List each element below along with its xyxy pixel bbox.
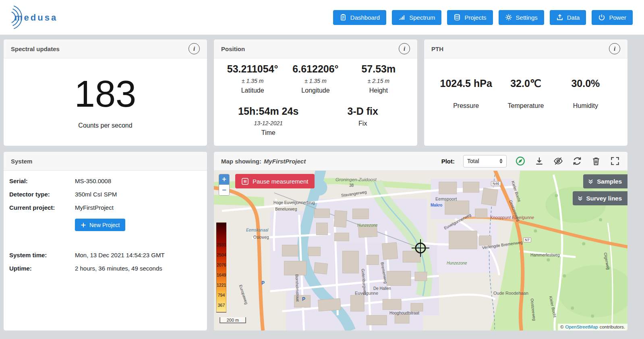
pth-card: PTH i 1024.5 hPa Pressure 32.0℃ Temperat…: [424, 39, 628, 146]
map-attribution: © OpenStreetMap contributors.: [558, 324, 627, 331]
serial-label: Serial:: [9, 177, 75, 185]
zoom-in-button[interactable]: +: [219, 174, 229, 185]
pause-icon: [242, 178, 248, 185]
refresh-button[interactable]: [572, 156, 582, 166]
humidity-value: 30.0%: [556, 78, 615, 89]
spectral-updates-card: Spectral updates i 183 Counts per second: [3, 39, 207, 146]
fix-label: Fix: [316, 120, 410, 127]
humidity-label: Humidity: [556, 102, 615, 110]
nav-settings-label: Settings: [516, 14, 538, 21]
select-arrows-icon: [499, 159, 503, 163]
counts-unit: Counts per second: [78, 122, 132, 129]
position-card-header: Position i: [214, 39, 417, 58]
info-icon[interactable]: i: [609, 43, 620, 54]
map-label: Makro: [431, 203, 442, 207]
nav-spectrum-button[interactable]: Spectrum: [392, 10, 441, 25]
pause-measurement-button[interactable]: Pause measurement: [235, 174, 315, 188]
plot-select[interactable]: Total: [463, 155, 507, 167]
longitude-value: 6.612206°: [284, 63, 347, 75]
map-label: Hoge Euvelgunnerbrug: [273, 201, 315, 205]
map-viewport[interactable]: Groningen-Zuidoost 38 Eemspoort Knooppun…: [214, 171, 627, 331]
zoom-out-button[interactable]: −: [219, 185, 229, 195]
fix-block: 3-D fix Fix: [316, 105, 410, 136]
map-label: Knooppunt Euvelgunne: [490, 215, 534, 220]
current-project-row: Current project: MyFirstProject: [9, 204, 201, 211]
sync-icon: [572, 156, 582, 166]
map-label: De Hallen: [373, 286, 391, 291]
map-project-name: MyFirstProject: [264, 158, 306, 165]
parking-icon: P: [302, 296, 305, 302]
data-upload-icon: [556, 14, 563, 21]
power-icon: [598, 14, 605, 21]
pressure-value: 1024.5 hPa: [436, 78, 496, 89]
double-chevron-down-icon: [588, 179, 593, 184]
system-time-value: Mon, 13 Dec 2021 14:54:23 GMT: [75, 251, 165, 259]
dashboard-icon: [340, 14, 347, 21]
position-card: Position i 53.211054° ± 1.35 m Latitude …: [213, 39, 418, 146]
height-label: Height: [347, 87, 410, 94]
longitude-label: Longitude: [284, 87, 347, 94]
app-header: medusa Dashboard Spectrum Projects: [0, 0, 644, 35]
map-title: Map showing: MyFirstProject: [221, 158, 306, 165]
info-icon[interactable]: i: [399, 43, 410, 54]
survey-lines-panel-button[interactable]: Survey lines: [573, 191, 627, 205]
detector-row: Detector type: 350ml CsI SPM: [9, 190, 201, 198]
temperature-block: 32.0℃ Temperature: [496, 78, 555, 146]
longitude-error: ± 1.35 m: [284, 78, 347, 84]
height-value: 57.53m: [347, 63, 410, 75]
nav-data-button[interactable]: Data: [550, 10, 586, 25]
position-body: 53.211054° ± 1.35 m Latitude 6.612206° ±…: [214, 58, 417, 146]
nav-power-label: Power: [609, 14, 626, 21]
nav-spectrum-label: Spectrum: [409, 14, 435, 21]
new-project-label: New Project: [89, 222, 120, 228]
download-button[interactable]: [534, 156, 545, 166]
map-scale-bar: 200 m: [219, 317, 246, 323]
position-crosshair-icon: [412, 239, 429, 257]
samples-panel-button[interactable]: Samples: [583, 174, 627, 188]
main-nav: Dashboard Spectrum Projects Settings: [333, 10, 633, 25]
medusa-logo: medusa: [5, 4, 57, 30]
map-label: Hammerfestweg: [530, 253, 560, 257]
dashboard-grid: Spectral updates i 183 Counts per second…: [0, 35, 644, 331]
system-title: System: [11, 158, 32, 165]
humidity-block: 30.0% Humidity: [556, 78, 615, 146]
height-error: ± 2.15 m: [347, 78, 410, 84]
system-time-row: System time: Mon, 13 Dec 2021 14:54:23 G…: [9, 251, 201, 259]
map-label: Eemspoort: [435, 196, 457, 201]
map-label: 38: [349, 183, 354, 188]
nav-projects-button[interactable]: Projects: [447, 10, 493, 25]
openstreetmap-link[interactable]: OpenStreetMap: [565, 325, 598, 329]
fullscreen-button[interactable]: [610, 156, 620, 166]
attribution-suffix: contributors.: [600, 325, 625, 329]
samples-label: Samples: [597, 178, 622, 185]
eye-slash-icon: [553, 156, 563, 166]
recenter-button[interactable]: [515, 156, 526, 166]
compass-icon: [516, 156, 525, 166]
serial-row: Serial: MS-350.0008: [9, 177, 201, 185]
temperature-value: 32.0℃: [496, 78, 555, 89]
legend-value: 2931: [217, 242, 226, 247]
delete-button[interactable]: [591, 156, 601, 166]
latitude-error: ± 1.35 m: [221, 78, 284, 84]
nav-settings-button[interactable]: Settings: [499, 10, 544, 25]
fix-value: 3-D fix: [316, 105, 410, 117]
nav-projects-label: Projects: [464, 14, 486, 21]
attribution-prefix: ©: [560, 325, 563, 329]
pth-card-header: PTH i: [424, 39, 627, 58]
nav-power-button[interactable]: Power: [592, 10, 633, 25]
new-project-button[interactable]: New Project: [75, 219, 125, 231]
settings-icon: [505, 14, 512, 21]
time-date: 13-12-2021: [221, 120, 316, 126]
parking-icon: P: [261, 280, 265, 286]
projects-icon: [453, 14, 461, 21]
nav-dashboard-button[interactable]: Dashboard: [333, 10, 386, 25]
hide-layers-button[interactable]: [553, 156, 563, 166]
nav-dashboard-label: Dashboard: [350, 14, 380, 21]
latitude-label: Latitude: [221, 87, 284, 94]
spectral-title: Spectral updates: [11, 45, 60, 52]
pth-body: 1024.5 hPa Pressure 32.0℃ Temperature 30…: [424, 58, 627, 146]
map-label: Groningen-Zuidoost: [335, 177, 377, 182]
info-icon[interactable]: i: [188, 43, 200, 54]
map-label: Hooghoudtstraat: [389, 311, 419, 315]
double-chevron-down-icon: [578, 196, 583, 201]
